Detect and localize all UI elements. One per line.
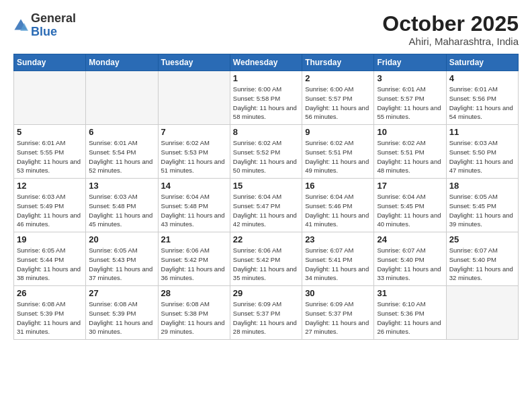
day-number: 27 [89,288,154,298]
week-row-4: 26Sunrise: 6:08 AM Sunset: 5:39 PM Dayli… [14,286,519,340]
calendar-cell: 31Sunrise: 6:10 AM Sunset: 5:36 PM Dayli… [374,286,446,340]
day-number: 13 [89,181,154,191]
calendar-cell: 23Sunrise: 6:07 AM Sunset: 5:41 PM Dayli… [302,232,374,286]
cell-info: Sunrise: 6:02 AM Sunset: 5:52 PM Dayligh… [233,138,299,175]
day-number: 28 [161,288,227,298]
calendar-table: SundayMondayTuesdayWednesdayThursdayFrid… [13,54,519,340]
calendar-cell [446,286,518,340]
cell-info: Sunrise: 6:01 AM Sunset: 5:56 PM Dayligh… [449,85,515,122]
cell-info: Sunrise: 6:02 AM Sunset: 5:51 PM Dayligh… [305,138,371,175]
day-number: 3 [377,73,443,83]
calendar-cell: 15Sunrise: 6:04 AM Sunset: 5:47 PM Dayli… [230,179,302,232]
day-number: 17 [377,181,443,191]
calendar-cell: 24Sunrise: 6:07 AM Sunset: 5:40 PM Dayli… [374,232,446,286]
cell-info: Sunrise: 6:09 AM Sunset: 5:37 PM Dayligh… [305,300,371,336]
calendar-cell [158,71,230,125]
cell-info: Sunrise: 6:04 AM Sunset: 5:45 PM Dayligh… [377,192,443,229]
cell-info: Sunrise: 6:08 AM Sunset: 5:39 PM Dayligh… [17,300,83,336]
calendar-cell: 25Sunrise: 6:07 AM Sunset: 5:40 PM Dayli… [446,232,518,286]
cell-info: Sunrise: 6:02 AM Sunset: 5:53 PM Dayligh… [161,138,227,175]
week-row-3: 19Sunrise: 6:05 AM Sunset: 5:44 PM Dayli… [14,232,519,286]
day-number: 7 [161,127,227,137]
calendar-cell: 19Sunrise: 6:05 AM Sunset: 5:44 PM Dayli… [14,232,86,286]
calendar-cell: 12Sunrise: 6:03 AM Sunset: 5:49 PM Dayli… [14,179,86,232]
calendar-cell: 27Sunrise: 6:08 AM Sunset: 5:39 PM Dayli… [86,286,158,340]
weekday-header-thursday: Thursday [302,54,374,71]
cell-info: Sunrise: 6:05 AM Sunset: 5:44 PM Dayligh… [17,246,83,283]
cell-info: Sunrise: 6:04 AM Sunset: 5:46 PM Dayligh… [305,192,371,229]
cell-info: Sunrise: 6:06 AM Sunset: 5:42 PM Dayligh… [233,246,299,283]
calendar-cell: 1Sunrise: 6:00 AM Sunset: 5:58 PM Daylig… [230,71,302,125]
calendar-cell: 29Sunrise: 6:09 AM Sunset: 5:37 PM Dayli… [230,286,302,340]
cell-info: Sunrise: 6:07 AM Sunset: 5:40 PM Dayligh… [449,246,515,283]
day-number: 11 [449,127,515,137]
cell-info: Sunrise: 6:00 AM Sunset: 5:58 PM Dayligh… [233,85,299,122]
calendar-cell [86,71,158,125]
weekday-header-sunday: Sunday [14,54,86,71]
day-number: 2 [305,73,371,83]
cell-info: Sunrise: 6:06 AM Sunset: 5:42 PM Dayligh… [161,246,227,283]
cell-info: Sunrise: 6:05 AM Sunset: 5:43 PM Dayligh… [89,246,154,283]
day-number: 21 [161,234,227,244]
week-row-0: 1Sunrise: 6:00 AM Sunset: 5:58 PM Daylig… [14,71,519,125]
calendar-cell: 17Sunrise: 6:04 AM Sunset: 5:45 PM Dayli… [374,179,446,232]
calendar-cell: 4Sunrise: 6:01 AM Sunset: 5:56 PM Daylig… [446,71,518,125]
day-number: 23 [305,234,371,244]
calendar-cell: 6Sunrise: 6:01 AM Sunset: 5:54 PM Daylig… [86,125,158,179]
day-number: 14 [161,181,227,191]
calendar-cell: 28Sunrise: 6:08 AM Sunset: 5:38 PM Dayli… [158,286,230,340]
calendar-cell: 5Sunrise: 6:01 AM Sunset: 5:55 PM Daylig… [14,125,86,179]
logo-blue-text: Blue [31,25,57,38]
calendar-cell: 14Sunrise: 6:04 AM Sunset: 5:48 PM Dayli… [158,179,230,232]
calendar-cell: 2Sunrise: 6:00 AM Sunset: 5:57 PM Daylig… [302,71,374,125]
cell-info: Sunrise: 6:10 AM Sunset: 5:36 PM Dayligh… [377,300,443,336]
calendar-cell: 16Sunrise: 6:04 AM Sunset: 5:46 PM Dayli… [302,179,374,232]
day-number: 19 [17,234,83,244]
weekday-header-monday: Monday [86,54,158,71]
day-number: 1 [233,73,299,83]
day-number: 18 [449,181,515,191]
calendar-cell: 3Sunrise: 6:01 AM Sunset: 5:57 PM Daylig… [374,71,446,125]
logo-general-text: General [31,11,76,25]
day-number: 25 [449,234,515,244]
week-row-2: 12Sunrise: 6:03 AM Sunset: 5:49 PM Dayli… [14,179,519,232]
calendar-cell: 26Sunrise: 6:08 AM Sunset: 5:39 PM Dayli… [14,286,86,340]
cell-info: Sunrise: 6:02 AM Sunset: 5:51 PM Dayligh… [377,138,443,175]
cell-info: Sunrise: 6:03 AM Sunset: 5:48 PM Dayligh… [89,192,154,229]
cell-info: Sunrise: 6:09 AM Sunset: 5:37 PM Dayligh… [233,300,299,336]
calendar-subtitle: Ahiri, Maharashtra, India [382,36,519,47]
cell-info: Sunrise: 6:08 AM Sunset: 5:39 PM Dayligh… [89,300,154,336]
calendar-cell: 7Sunrise: 6:02 AM Sunset: 5:53 PM Daylig… [158,125,230,179]
page: General Blue October 2025 Ahiri, Maharas… [0,0,532,411]
calendar-cell: 8Sunrise: 6:02 AM Sunset: 5:52 PM Daylig… [230,125,302,179]
calendar-cell: 22Sunrise: 6:06 AM Sunset: 5:42 PM Dayli… [230,232,302,286]
cell-info: Sunrise: 6:00 AM Sunset: 5:57 PM Dayligh… [305,85,371,122]
day-number: 20 [89,234,154,244]
cell-info: Sunrise: 6:01 AM Sunset: 5:57 PM Dayligh… [377,85,443,122]
day-number: 22 [233,234,299,244]
cell-info: Sunrise: 6:03 AM Sunset: 5:49 PM Dayligh… [17,192,83,229]
day-number: 4 [449,73,515,83]
day-number: 29 [233,288,299,298]
cell-info: Sunrise: 6:03 AM Sunset: 5:50 PM Dayligh… [449,138,515,175]
title-block: October 2025 Ahiri, Maharashtra, India [382,12,519,47]
weekday-header-friday: Friday [374,54,446,71]
weekday-header-tuesday: Tuesday [158,54,230,71]
calendar-cell: 13Sunrise: 6:03 AM Sunset: 5:48 PM Dayli… [86,179,158,232]
calendar-cell: 11Sunrise: 6:03 AM Sunset: 5:50 PM Dayli… [446,125,518,179]
day-number: 26 [17,288,83,298]
day-number: 5 [17,127,83,137]
weekday-header-wednesday: Wednesday [230,54,302,71]
weekday-header-saturday: Saturday [446,54,518,71]
day-number: 12 [17,181,83,191]
cell-info: Sunrise: 6:07 AM Sunset: 5:41 PM Dayligh… [305,246,371,283]
calendar-cell [14,71,86,125]
cell-info: Sunrise: 6:01 AM Sunset: 5:55 PM Dayligh… [17,138,83,175]
calendar-cell: 18Sunrise: 6:05 AM Sunset: 5:45 PM Dayli… [446,179,518,232]
day-number: 10 [377,127,443,137]
day-number: 16 [305,181,371,191]
cell-info: Sunrise: 6:04 AM Sunset: 5:47 PM Dayligh… [233,192,299,229]
day-number: 9 [305,127,371,137]
calendar-cell: 20Sunrise: 6:05 AM Sunset: 5:43 PM Dayli… [86,232,158,286]
day-number: 15 [233,181,299,191]
